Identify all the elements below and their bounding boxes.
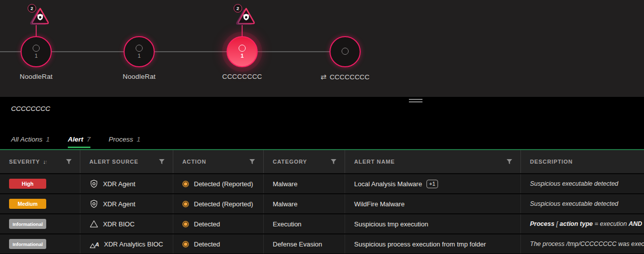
category-cell: Malware	[264, 194, 345, 213]
analytics-triangle-a-icon: A	[89, 239, 99, 248]
node-label-text: CCCCCCCC	[222, 73, 262, 80]
tab-process[interactable]: Process 1	[109, 136, 140, 148]
category-cell: Malware	[264, 174, 345, 193]
causality-process-graph: 2 1 NoodleRat 1 NoodleRat	[0, 0, 644, 97]
column-header-label: SEVERITY	[9, 159, 40, 165]
alert-name-label: Suspicious tmp execution	[354, 220, 428, 228]
sort-icon[interactable]: ↓↑	[43, 159, 48, 165]
alert-source-cell: A XDR Analytics BIOC	[80, 234, 173, 253]
severity-cell: Informational	[0, 234, 80, 253]
action-label: Detected (Reported)	[194, 200, 253, 208]
node-circle[interactable]: 1	[21, 36, 52, 67]
process-icon	[136, 45, 143, 52]
description-cell: The process /tmp/CCCCCCCC was executed. …	[521, 234, 644, 253]
column-header[interactable]: DESCRIPTION	[521, 150, 644, 173]
alert-name-label: Local Analysis Malware	[354, 180, 422, 188]
process-icon	[342, 48, 349, 55]
category-label: Execution	[273, 220, 301, 228]
panel-title: CCCCCCCC	[11, 105, 50, 112]
alert-badge[interactable]: 2	[28, 4, 52, 26]
severity-cell: Informational	[0, 214, 80, 233]
table-row[interactable]: High XDR Agent Detected (Reported) Malwa…	[0, 173, 644, 193]
alert-source-cell: XDR Agent	[80, 194, 173, 213]
node-label-text: CCCCCCCC	[330, 73, 370, 81]
alerts-bottom-panel: CCCCCCCC All Actions 1 Alert 7 Process 1…	[0, 97, 644, 254]
node-label: ⇄CCCCCCCC	[295, 73, 395, 81]
table-body: High XDR Agent Detected (Reported) Malwa…	[0, 173, 644, 253]
warning-triangle-icon	[89, 219, 98, 228]
description-text: Process [ action type = execution AND ta…	[530, 220, 644, 227]
panel-resize-handle[interactable]	[409, 99, 422, 102]
column-header[interactable]: SEVERITY ↓↑	[0, 150, 80, 173]
alert-source-label: XDR BIOC	[103, 220, 135, 228]
category-label: Malware	[273, 200, 297, 208]
description-text: Suspicious executable detected	[530, 200, 618, 207]
alert-source-label: XDR Analytics BIOC	[104, 240, 163, 248]
node-label: NoodleRat	[0, 73, 86, 80]
column-header[interactable]: CATEGORY	[264, 150, 345, 173]
node-instance-count: 1	[35, 53, 38, 59]
swap-icon: ⇄	[320, 73, 327, 81]
severity-cell: Medium	[0, 194, 80, 213]
filter-funnel-icon[interactable]	[159, 159, 165, 165]
alert-name-label: Suspicious process execution from tmp fo…	[354, 240, 486, 248]
action-cell: Detected	[173, 214, 264, 233]
process-node[interactable]: 2 1 CCCCCCCC	[212, 0, 272, 88]
alert-count-badge: 2	[28, 4, 36, 13]
table-row[interactable]: Informational A XDR Analytics BIOC Detec…	[0, 233, 644, 253]
node-instance-count: 1	[138, 53, 141, 59]
node-circle[interactable]: 1	[227, 36, 258, 67]
alert-name-cell: Local Analysis Malware +1	[345, 174, 521, 193]
category-cell: Defense Evasion	[264, 234, 345, 253]
alert-name-label: WildFire Malware	[354, 200, 404, 208]
node-label: CCCCCCCC	[192, 73, 292, 80]
column-header[interactable]: ACTION	[173, 150, 264, 173]
action-label: Detected	[194, 240, 220, 248]
badge-connector-line	[242, 25, 243, 37]
process-node[interactable]: 1 NoodleRat	[109, 0, 169, 88]
table-row[interactable]: Informational XDR BIOC Detected Executio…	[0, 213, 644, 233]
action-cell: Detected	[173, 234, 264, 253]
table-header-row: SEVERITY ↓↑ ALERT SOURCE ACTION CATEGORY…	[0, 150, 644, 173]
severity-badge: Informational	[9, 239, 46, 249]
badge-connector-line	[36, 25, 37, 37]
column-header[interactable]: ALERT NAME	[345, 150, 521, 173]
table-row[interactable]: Medium XDR Agent Detected (Reported) Mal…	[0, 193, 644, 213]
tab-label: All Actions	[11, 136, 43, 143]
more-alerts-chip[interactable]: +1	[426, 180, 438, 188]
alert-source-cell: XDR BIOC	[80, 214, 173, 233]
filter-funnel-icon[interactable]	[66, 159, 72, 165]
column-header-label: CATEGORY	[273, 159, 307, 165]
tab-bar: All Actions 1 Alert 7 Process 1	[11, 136, 141, 148]
process-icon	[239, 45, 246, 52]
severity-badge: High	[9, 179, 46, 189]
node-circle[interactable]: 1	[124, 36, 155, 67]
tab-label: Alert	[68, 136, 83, 143]
tab-all-actions[interactable]: All Actions 1	[11, 136, 50, 148]
tab-label: Process	[109, 136, 133, 143]
svg-text:A: A	[94, 241, 99, 247]
alert-badge[interactable]: 2	[234, 4, 258, 26]
detected-status-dot-icon	[182, 181, 189, 187]
node-instance-count: 1	[241, 53, 244, 59]
node-circle[interactable]	[330, 36, 361, 67]
node-label-text: NoodleRat	[123, 73, 156, 80]
tab-alert[interactable]: Alert 7	[68, 136, 90, 148]
process-node[interactable]: ⇄CCCCCCCC	[315, 0, 375, 88]
filter-funnel-icon[interactable]	[249, 159, 255, 165]
action-label: Detected (Reported)	[194, 180, 253, 188]
tab-count: 1	[46, 136, 50, 143]
tab-count: 1	[137, 136, 141, 143]
tab-count: 7	[87, 136, 91, 143]
alert-source-label: XDR Agent	[103, 180, 135, 188]
description-cell: Suspicious executable detected	[521, 194, 644, 213]
filter-funnel-icon[interactable]	[506, 159, 512, 165]
alert-count-badge: 2	[234, 4, 242, 13]
alerts-table: SEVERITY ↓↑ ALERT SOURCE ACTION CATEGORY…	[0, 149, 644, 253]
filter-funnel-icon[interactable]	[331, 159, 337, 165]
action-cell: Detected (Reported)	[173, 194, 264, 213]
column-header[interactable]: ALERT SOURCE	[80, 150, 173, 173]
column-header-label: DESCRIPTION	[530, 159, 573, 165]
process-node[interactable]: 2 1 NoodleRat	[6, 0, 66, 88]
node-label-text: NoodleRat	[20, 73, 53, 80]
